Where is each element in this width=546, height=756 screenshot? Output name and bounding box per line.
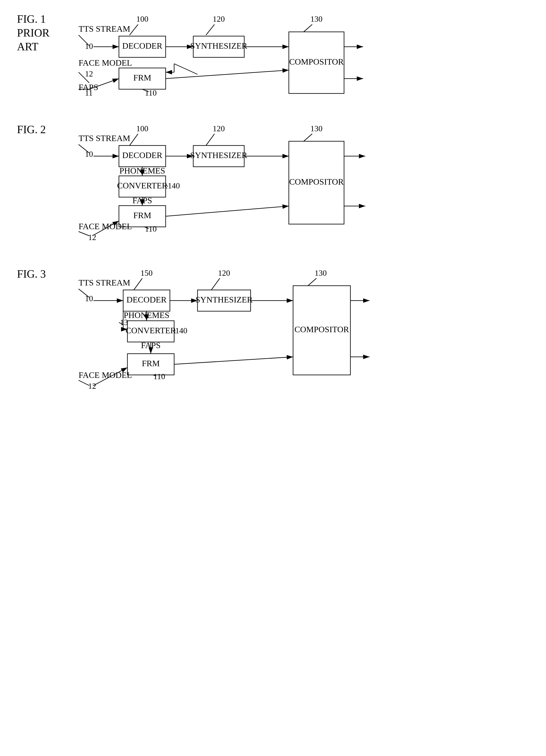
fig2-frm-label: FRM	[133, 211, 151, 220]
svg-line-42	[308, 278, 316, 286]
fig2-frm-ref: 110	[145, 224, 157, 233]
fig1-synthesizer-label: SYNTHESIZER	[190, 41, 247, 51]
fig1-svg: TTS STREAM 10 100 DECODER 120 SYNTHESIZE…	[76, 13, 544, 102]
fig3-ref13: 13	[120, 318, 128, 327]
fig3-svg: TTS STREAM 10 150 DECODER 120 SYNTHESIZE…	[76, 268, 544, 399]
fig1-decoder-ref: 100	[136, 14, 148, 23]
fig2-label: FIG. 2	[17, 123, 46, 136]
fig3-face-model-ref: 12	[88, 382, 96, 390]
fig2-face-model-label: FACE MODEL	[79, 222, 132, 231]
page: FIG. 1 PRIOR ART TTS STREAM 10 100 DEC	[0, 0, 546, 756]
svg-line-5	[206, 24, 214, 35]
fig1-label: FIG. 1	[17, 13, 46, 25]
fig1-diagram: TTS STREAM 10 100 DECODER 120 SYNTHESIZE…	[76, 13, 529, 102]
svg-line-15	[166, 70, 289, 79]
fig3-converter-ref: 140	[175, 326, 187, 335]
figure-1-section: FIG. 1 PRIOR ART TTS STREAM 10 100 DEC	[17, 13, 529, 102]
fig2-svg: TTS STREAM 10 100 DECODER 120 SYNTHESIZE…	[76, 123, 544, 246]
fig1-sublabel: PRIOR	[17, 27, 49, 39]
fig3-decoder-ref: 150	[141, 268, 153, 277]
fig2-decoder-label: DECODER	[122, 150, 162, 160]
figure-2-section: FIG. 2 TTS STREAM 10 100 DECODER	[17, 123, 529, 246]
fig3-synthesizer-ref: 120	[218, 268, 230, 277]
svg-line-32	[166, 206, 289, 216]
fig1-faps-ref11: 11	[85, 88, 93, 97]
fig3-face-model-label: FACE MODEL	[79, 370, 132, 380]
fig2-tts-ref: 10	[85, 150, 93, 158]
fig3-frm-ref: 110	[153, 372, 165, 381]
fig2-converter-ref: 140	[168, 181, 180, 190]
fig1-frm-label: FRM	[133, 73, 151, 82]
svg-line-3	[130, 24, 138, 35]
fig3-frm-label: FRM	[142, 359, 160, 368]
fig3-diagram: TTS STREAM 10 150 DECODER 120 SYNTHESIZE…	[76, 268, 529, 399]
fig3-tts-label: TTS STREAM	[79, 278, 130, 287]
fig2-compositor-label: COMPOSITOR	[289, 177, 344, 187]
svg-line-21	[130, 134, 138, 146]
fig1-faps-ref12: 12	[85, 69, 93, 78]
fig1-frm-ref: 110	[145, 88, 157, 97]
svg-line-7	[304, 24, 312, 32]
fig3-label: FIG. 3	[17, 268, 46, 280]
fig3-compositor-label: COMPOSITOR	[294, 325, 349, 334]
svg-line-52	[174, 357, 293, 364]
fig3-compositor-ref: 130	[315, 268, 327, 277]
svg-line-10	[174, 64, 198, 74]
svg-line-40	[211, 278, 220, 290]
svg-line-25	[304, 134, 312, 141]
fig1-face-model-label: FACE MODEL	[79, 58, 132, 68]
svg-line-23	[206, 134, 214, 146]
fig1-tts-ref: 10	[85, 42, 93, 51]
fig1-sublabel2: ART	[17, 40, 38, 53]
svg-line-53	[79, 380, 89, 386]
fig1-compositor-ref: 130	[310, 14, 323, 23]
fig2-tts-label: TTS STREAM	[79, 133, 130, 143]
fig2-diagram: TTS STREAM 10 100 DECODER 120 SYNTHESIZE…	[76, 123, 529, 246]
fig2-compositor-ref: 130	[310, 124, 323, 133]
svg-line-33	[79, 232, 89, 236]
fig3-tts-ref: 10	[85, 294, 93, 303]
fig3-decoder-label: DECODER	[127, 295, 167, 304]
fig1-tts-label: TTS STREAM	[79, 24, 130, 34]
fig2-converter-label: CONVERTER	[117, 181, 168, 190]
fig2-synthesizer-label: SYNTHESIZER	[190, 150, 247, 160]
fig1-decoder-label: DECODER	[122, 41, 162, 51]
fig3-converter-label: CONVERTER	[126, 326, 176, 335]
fig2-decoder-ref: 100	[136, 124, 148, 133]
svg-line-38	[134, 278, 142, 290]
fig1-compositor-label: COMPOSITOR	[289, 57, 344, 66]
figure-3-section: FIG. 3 TTS STREAM 10 150 DECODER	[17, 268, 529, 399]
fig2-synthesizer-ref: 120	[213, 124, 225, 133]
fig1-synthesizer-ref: 120	[213, 14, 225, 23]
fig3-synthesizer-label: SYNTHESIZER	[196, 295, 253, 304]
